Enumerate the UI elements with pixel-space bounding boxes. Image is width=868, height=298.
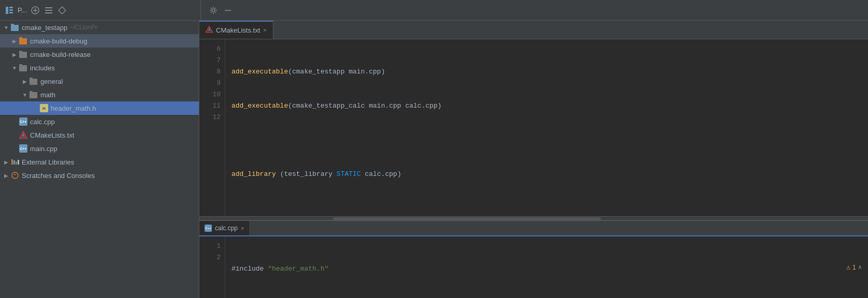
svg-line-11 — [62, 7, 66, 10]
chevron-up-icon[interactable]: ∧ — [858, 263, 862, 271]
warning-icon: ⚠ — [846, 263, 850, 272]
folder-math-icon — [29, 90, 38, 99]
svg-rect-3 — [9, 12, 13, 13]
toolbar-left: P... — [4, 0, 201, 20]
sidebar-item-external-libraries[interactable]: ▶ External Libraries — [0, 155, 199, 169]
minimize-icon[interactable] — [223, 5, 233, 16]
arrow-cmake-build-release: ▶ — [10, 50, 19, 58]
sidebar-item-math[interactable]: ▼ math — [0, 88, 199, 101]
cmake-file-icon — [19, 130, 28, 140]
svg-rect-17 — [11, 24, 14, 26]
svg-rect-23 — [19, 64, 22, 66]
svg-rect-1 — [9, 7, 13, 8]
sidebar-item-calc-cpp[interactable]: ▶ C++ calc.cpp — [0, 115, 199, 128]
code-line-8 — [232, 135, 862, 146]
editor-bottom: C++ calc.cpp × 1 2 #include "header_math… — [199, 220, 868, 298]
settings-icon[interactable] — [208, 5, 219, 16]
sidebar-item-main-cpp[interactable]: ▶ C++ main.cpp — [0, 142, 199, 155]
code-line-6: add_executable(cmake_testapp main.cpp) — [232, 66, 862, 78]
arrow-scratches: ▶ — [2, 171, 10, 180]
tab-cmakelists[interactable]: CMakeLists.txt × — [199, 21, 273, 39]
svg-line-10 — [59, 7, 62, 10]
cmake-build-release-label: cmake-build-release — [30, 51, 91, 58]
svg-rect-33 — [18, 160, 19, 165]
tab-calc-cpp-icon: C++ — [205, 225, 212, 232]
root-icon — [10, 23, 20, 32]
folder-includes-icon — [19, 63, 28, 72]
main-cpp-label: main.cpp — [30, 145, 57, 153]
svg-rect-21 — [19, 51, 22, 53]
svg-line-12 — [59, 10, 62, 14]
cpp-calc-icon: C++ — [19, 117, 28, 126]
folder-general-icon — [29, 77, 38, 86]
math-label: math — [40, 91, 55, 99]
svg-point-34 — [12, 172, 18, 178]
code-content-bottom[interactable]: #include "header_math.h" — [225, 236, 846, 298]
scratches-icon — [10, 171, 20, 180]
tab-cmake-icon — [206, 26, 213, 35]
svg-line-13 — [62, 10, 66, 14]
bottom-code-area[interactable]: 1 2 #include "header_math.h" ⚠ 1 ∧ — [199, 236, 868, 298]
editor-top: CMakeLists.txt × 6 7 8 9 10 11 12 add_e — [199, 21, 868, 220]
toolbar-right — [204, 5, 233, 16]
tab-calc-close[interactable]: × — [241, 226, 244, 231]
cmake-build-debug-label: cmake-build-debug — [30, 37, 88, 45]
svg-rect-7 — [45, 7, 52, 8]
layout-icon[interactable] — [44, 5, 54, 16]
scratches-label: Scratches and Consoles — [22, 172, 95, 180]
svg-rect-2 — [9, 9, 13, 11]
sidebar-item-scratches[interactable]: ▶ Scratches and Consoles — [0, 169, 199, 182]
sidebar-item-general[interactable]: ▶ general — [0, 74, 199, 88]
arrow-math: ▼ — [21, 91, 29, 99]
cmakelists-label: CMakeLists.txt — [30, 131, 74, 139]
arrow-external: ▶ — [2, 158, 10, 166]
main-area: ▼ cmake_testapp ~/CLionPr ▶ cmake-build-… — [0, 21, 868, 298]
layout2-icon[interactable] — [57, 5, 67, 16]
editor-area: CMakeLists.txt × 6 7 8 9 10 11 12 add_e — [199, 21, 868, 298]
cmake-testapp-label: cmake_testapp — [22, 24, 67, 32]
tab-calc-cpp[interactable]: C++ calc.cpp × — [199, 221, 249, 236]
line-numbers-bottom: 1 2 — [199, 236, 225, 298]
sidebar-item-cmakelists[interactable]: ▶ CMakeLists.txt — [0, 128, 199, 142]
warning-count: 1 — [852, 264, 856, 271]
folder-orange-icon — [19, 36, 28, 46]
svg-rect-19 — [19, 37, 22, 39]
general-label: general — [40, 78, 63, 85]
arrow-includes: ▼ — [10, 64, 19, 72]
code-content-top[interactable]: add_executable(cmake_testapp main.cpp) a… — [225, 39, 868, 216]
svg-point-14 — [212, 9, 215, 12]
code-line-9: add_library (test_library STATIC calc.cp… — [232, 169, 862, 180]
folder-icon — [19, 50, 28, 59]
sidebar: ▼ cmake_testapp ~/CLionPr ▶ cmake-build-… — [0, 21, 199, 298]
line-numbers-top: 6 7 8 9 10 11 12 — [199, 39, 225, 216]
svg-rect-32 — [16, 161, 17, 165]
svg-rect-9 — [45, 12, 52, 13]
project-title: P... — [18, 6, 27, 14]
code-line-10 — [232, 203, 862, 214]
tab-calc-cpp-label: calc.cpp — [215, 225, 238, 232]
tab-bar-top: CMakeLists.txt × — [199, 21, 868, 39]
add-icon[interactable] — [30, 5, 40, 16]
tab-bar-bottom: C++ calc.cpp × — [199, 221, 868, 236]
sidebar-item-header-math[interactable]: ▶ H header_math.h — [0, 101, 199, 115]
scroll-thumb[interactable] — [333, 217, 600, 220]
sidebar-item-cmake-build-release[interactable]: ▶ cmake-build-release — [0, 48, 199, 61]
header-math-label: header_math.h — [51, 105, 96, 112]
sidebar-item-cmake-build-debug[interactable]: ▶ cmake-build-debug — [0, 34, 199, 48]
arrow-general: ▶ — [21, 77, 29, 85]
arrow-cmake-build-debug: ▶ — [10, 37, 19, 45]
svg-rect-0 — [6, 7, 8, 14]
svg-rect-27 — [30, 91, 33, 93]
code-line-7: add_executable(cmake_testapp_calc main.c… — [232, 100, 862, 112]
tab-cmakelists-close[interactable]: × — [263, 27, 266, 33]
warning-area: ⚠ 1 ∧ — [846, 236, 868, 298]
sidebar-item-cmake-testapp[interactable]: ▼ cmake_testapp ~/CLionPr — [0, 21, 199, 34]
svg-rect-30 — [11, 159, 13, 165]
editor-scroll-top[interactable]: 6 7 8 9 10 11 12 add_executable(cmake_te… — [199, 39, 868, 216]
project-panel-icon[interactable] — [4, 5, 15, 16]
external-libraries-icon — [10, 157, 20, 167]
code-line-b1: #include "header_math.h" — [232, 263, 840, 275]
svg-rect-25 — [30, 78, 33, 80]
sidebar-item-includes[interactable]: ▼ includes — [0, 61, 199, 74]
svg-rect-31 — [13, 160, 15, 165]
